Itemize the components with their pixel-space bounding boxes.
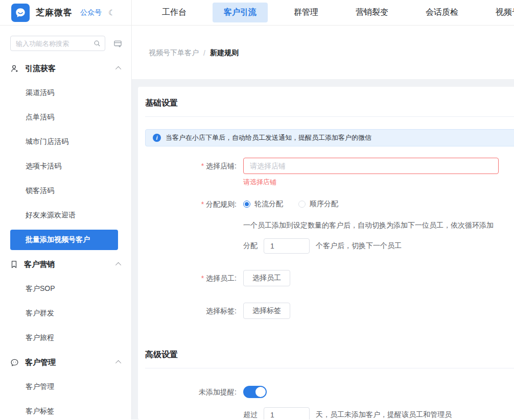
rule-help-text: 一个员工添加到设定数量的客户后，自动切换为添加下一位员工，依次循环添加 (243, 221, 494, 230)
required-marker: * (201, 274, 204, 282)
tag-row: 选择标签: 选择标签 (145, 303, 514, 319)
required-marker: * (201, 162, 204, 170)
select-tag-button[interactable]: 选择标签 (243, 303, 290, 319)
chat-face-icon (10, 358, 19, 367)
sidebar-item-customer-sop[interactable]: 客户SOP (0, 277, 131, 301)
tag-label: 选择标签: (145, 303, 243, 319)
shop-error-text: 请选择店铺 (243, 178, 499, 187)
info-banner: i 当客户在小店下单后，自动给员工发送通知，提醒员工添加客户的微信 (145, 129, 514, 146)
shop-label: *选择店铺: (145, 158, 243, 187)
radio-round-robin[interactable] (243, 201, 250, 208)
advanced-settings-header: 高级设置 (145, 338, 514, 368)
sidebar-item-lock-customer-qr[interactable]: 锁客活码 (0, 179, 131, 203)
advanced-settings-title: 高级设置 (145, 350, 178, 359)
remind-label: 未添加提醒: (145, 384, 243, 419)
sidebar: 引流获客 渠道活码 点单活码 城市门店活码 选项卡活码 锁客活码 好友来源欢迎语… (0, 26, 132, 419)
chevron-up-icon (115, 66, 121, 72)
app-logo-icon (11, 4, 30, 22)
info-banner-text: 当客户在小店下单后，自动给员工发送通知，提醒员工添加客户的微信 (166, 133, 371, 142)
rule-row: *分配规则: 轮流分配 顺序分配 一个员工添加到设定数量的客户后，自动切换为添加… (145, 196, 514, 254)
sidebar-item-channel-qr[interactable]: 渠道活码 (0, 81, 131, 105)
info-icon: i (153, 134, 161, 142)
tab-conversation-qc[interactable]: 会话质检 (414, 3, 470, 22)
remind-days-line: 超过 天，员工未添加客户，提醒该员工和管理员 (243, 407, 452, 419)
breadcrumb-header: 视频号下单客户 / 新建规则 (132, 26, 514, 79)
main-content: 视频号下单客户 / 新建规则 基础设置 i 当客户在小店下单后，自动给员工发送通… (132, 26, 514, 419)
search-icon (94, 40, 101, 47)
bookmark-icon (10, 260, 18, 268)
chevron-up-icon (115, 262, 121, 268)
sidebar-item-order-qr[interactable]: 点单活码 (0, 105, 131, 130)
sidebar-item-customer-broadcast[interactable]: 客户群发 (0, 301, 131, 326)
topbar-brand-area: 芝麻微客 公众号 ☾ (0, 0, 132, 25)
staff-label: *选择员工: (145, 270, 243, 286)
breadcrumb-separator: / (203, 49, 205, 57)
sidebar-item-customer-management[interactable]: 客户管理 (0, 375, 131, 399)
select-staff-button[interactable]: 选择员工 (243, 270, 290, 286)
remind-days-input[interactable] (264, 407, 310, 419)
topbar: 芝麻微客 公众号 ☾ 工作台 客户引流 群管理 营销裂变 会话质检 视频号小店 (0, 0, 514, 26)
form-card: 基础设置 i 当客户在小店下单后，自动给员工发送通知，提醒员工添加客户的微信 *… (138, 87, 514, 419)
assign-count-input[interactable] (264, 238, 310, 254)
shop-select-input[interactable] (243, 158, 499, 174)
breadcrumb-current: 新建规则 (210, 48, 239, 58)
over-prefix: 超过 (243, 410, 258, 419)
tab-video-shop[interactable]: 视频号小店 (484, 3, 514, 22)
shop-row: *选择店铺: 请选择店铺 (145, 158, 514, 187)
top-nav: 工作台 客户引流 群管理 营销裂变 会话质检 视频号小店 (132, 0, 514, 25)
staff-row: *选择员工: 选择员工 (145, 270, 514, 286)
tab-group-management[interactable]: 群管理 (283, 3, 330, 22)
search-input[interactable] (16, 40, 94, 47)
section-label: 引流获客 (25, 64, 56, 73)
section-label: 客户管理 (25, 358, 56, 367)
assign-prefix: 分配 (243, 241, 258, 251)
radio-round-robin-label[interactable]: 轮流分配 (254, 200, 283, 209)
brand-name: 芝麻微客 (36, 7, 73, 18)
user-plus-icon (10, 64, 19, 73)
rule-radio-group: 轮流分配 顺序分配 (243, 196, 494, 212)
sidebar-section-customer-mgmt[interactable]: 客户管理 (0, 350, 131, 375)
remind-toggle[interactable] (243, 386, 267, 398)
sidebar-section-marketing[interactable]: 客户营销 (0, 252, 131, 277)
panel-plus-icon[interactable] (113, 39, 122, 48)
basic-settings-title: 基础设置 (145, 98, 178, 107)
sidebar-search-row (0, 36, 131, 56)
over-suffix: 天，员工未添加客户，提醒该员工和管理员 (316, 410, 452, 419)
sidebar-item-option-card-qr[interactable]: 选项卡活码 (0, 154, 131, 179)
tab-customer-acquisition[interactable]: 客户引流 (213, 3, 268, 22)
sidebar-item-friend-source-welcome[interactable]: 好友来源欢迎语 (0, 203, 131, 228)
radio-sequential[interactable] (298, 201, 306, 208)
chevron-up-icon (115, 360, 121, 366)
required-marker: * (201, 200, 204, 208)
radio-sequential-label[interactable]: 顺序分配 (310, 200, 338, 209)
assign-suffix: 个客户后，切换下一个员工 (316, 241, 402, 251)
breadcrumb-parent[interactable]: 视频号下单客户 (149, 48, 199, 58)
basic-settings-header: 基础设置 (145, 87, 514, 117)
rule-label: *分配规则: (145, 196, 243, 254)
official-account-link[interactable]: 公众号 (80, 8, 102, 17)
breadcrumb: 视频号下单客户 / 新建规则 (149, 48, 514, 58)
tab-marketing-fission[interactable]: 营销裂变 (344, 3, 400, 22)
sidebar-item-customer-journey[interactable]: 客户旅程 (0, 326, 131, 350)
sidebar-item-batch-add-video-customers[interactable]: 批量添加视频号客户 (10, 230, 118, 250)
remind-row: 未添加提醒: 超过 天，员工未添加客户，提醒该员工和管理员 (145, 384, 514, 419)
sidebar-section-acquisition[interactable]: 引流获客 (0, 56, 131, 81)
assign-count-line: 分配 个客户后，切换下一个员工 (243, 238, 494, 254)
dark-mode-icon[interactable]: ☾ (108, 8, 115, 17)
toggle-knob (255, 387, 266, 397)
section-label: 客户营销 (24, 260, 55, 269)
sidebar-item-customer-tags[interactable]: 客户标签 (0, 399, 131, 419)
sidebar-item-city-store-qr[interactable]: 城市门店活码 (0, 130, 131, 154)
search-box[interactable] (10, 36, 105, 51)
tab-workbench[interactable]: 工作台 (151, 3, 198, 22)
